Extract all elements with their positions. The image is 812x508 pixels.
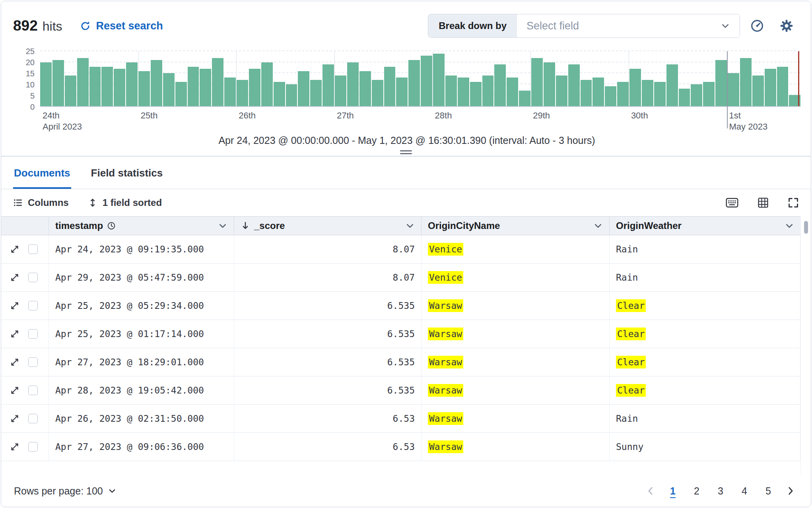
page-button-1[interactable]: 1	[664, 482, 682, 500]
display-options-button[interactable]	[758, 197, 769, 208]
header-origin-city[interactable]: OriginCityName	[422, 217, 610, 235]
expand-row-button[interactable]	[10, 273, 19, 282]
page-button-5[interactable]: 5	[759, 482, 777, 500]
tab-field-statistics[interactable]: Field statistics	[90, 157, 164, 189]
previous-page-button[interactable]	[643, 486, 658, 496]
expand-row-button[interactable]	[10, 301, 19, 310]
tab-documents[interactable]: Documents	[13, 157, 71, 189]
histogram-bar	[617, 82, 629, 106]
cell-origin-weather: Clear	[610, 320, 800, 348]
cell-timestamp: Apr 25, 2023 @ 01:17:14.000	[49, 320, 234, 348]
cell-origin-city: Venice	[422, 264, 610, 291]
keyboard-shortcuts-button[interactable]	[726, 198, 738, 208]
histogram-bar	[89, 67, 101, 106]
table-row: Apr 27, 2023 @ 09:06:36.000 6.53 Warsaw …	[1, 433, 811, 461]
resize-drag-handle[interactable]	[400, 149, 412, 156]
histogram-bar	[163, 73, 175, 106]
hits-label: hits	[43, 19, 62, 34]
row-checkbox[interactable]	[28, 273, 38, 282]
breakdown-label: Break down by	[428, 14, 517, 37]
next-page-button[interactable]	[783, 486, 798, 496]
grid-header-row: timestamp _score OriginCityName	[1, 216, 811, 235]
cell-score: 6.53	[234, 405, 422, 432]
chevron-down-icon[interactable]	[218, 221, 227, 231]
chevron-down-icon[interactable]	[405, 221, 415, 231]
expand-icon	[10, 244, 19, 254]
row-checkbox[interactable]	[28, 329, 38, 339]
histogram-bar	[765, 69, 776, 106]
row-checkbox[interactable]	[28, 386, 38, 395]
expand-icon	[10, 442, 19, 452]
breakdown-field-select[interactable]: Select field	[517, 14, 740, 37]
histogram-bar	[519, 91, 530, 106]
rows-per-page-button[interactable]: Rows per page: 100	[14, 485, 117, 497]
histogram-bar	[384, 67, 396, 106]
page-button-3[interactable]: 3	[711, 482, 730, 500]
histogram-bar	[347, 62, 359, 106]
y-axis-label: 10	[26, 80, 35, 89]
histogram-bar	[188, 67, 199, 106]
expand-row-button[interactable]	[10, 414, 19, 423]
chevron-down-icon	[721, 21, 730, 31]
cell-origin-city: Warsaw	[422, 405, 610, 432]
row-checkbox[interactable]	[28, 414, 38, 423]
histogram-bar	[752, 76, 764, 106]
histogram-bar	[568, 64, 580, 106]
sort-arrows-icon	[88, 198, 97, 207]
grid-display-controls	[726, 197, 799, 208]
columns-button[interactable]: Columns	[13, 197, 69, 208]
histogram-bar	[592, 78, 604, 106]
reset-search-button[interactable]: Reset search	[80, 20, 163, 32]
expand-row-button[interactable]	[10, 244, 19, 254]
scrollbar-thumb[interactable]	[804, 221, 808, 234]
histogram-bar	[151, 60, 162, 106]
page-button-4[interactable]: 4	[735, 482, 754, 500]
breakdown-control: Break down by Select field	[428, 14, 740, 38]
histogram-bar	[703, 82, 715, 106]
row-checkbox[interactable]	[28, 442, 38, 452]
page-button-2[interactable]: 2	[688, 482, 706, 500]
row-checkbox[interactable]	[28, 244, 38, 254]
x-axis-label: 29th	[530, 110, 550, 121]
expand-icon	[10, 273, 19, 282]
chart-caption: Apr 24, 2023 @ 00:00:00.000 - May 1, 202…	[13, 135, 800, 146]
cell-timestamp: Apr 28, 2023 @ 19:05:42.000	[49, 376, 234, 404]
expand-row-button[interactable]	[10, 357, 19, 367]
expand-row-button[interactable]	[10, 329, 19, 339]
cell-score: 6.535	[234, 348, 422, 376]
row-checkbox[interactable]	[28, 357, 38, 367]
cell-score: 8.07	[234, 264, 422, 291]
header-origin-weather[interactable]: OriginWeather	[610, 217, 800, 235]
header-timestamp[interactable]: timestamp	[49, 217, 234, 235]
city-column-label: OriginCityName	[428, 220, 500, 231]
x-axis-label: 28th	[433, 110, 452, 121]
histogram-bar	[101, 67, 113, 106]
header-score[interactable]: _score	[234, 217, 422, 235]
histogram-bar	[274, 82, 285, 106]
columns-label: Columns	[28, 197, 69, 208]
histogram-bar	[581, 80, 592, 106]
expand-row-button[interactable]	[10, 386, 19, 395]
hits-count: 892	[13, 17, 38, 34]
fullscreen-button[interactable]	[788, 197, 799, 208]
top-bar: 892 hits Reset search Break down by Sele…	[1, 1, 811, 50]
chart-options-button[interactable]	[774, 14, 799, 38]
histogram-bar	[679, 89, 690, 106]
chart-gauge-button[interactable]	[745, 14, 769, 38]
day-gridline	[727, 51, 728, 128]
cell-score: 6.535	[234, 320, 422, 348]
histogram-bar	[237, 80, 248, 106]
cell-timestamp: Apr 27, 2023 @ 09:06:36.000	[49, 433, 234, 461]
histogram-bar	[114, 69, 125, 106]
cell-timestamp: Apr 29, 2023 @ 05:47:59.000	[49, 264, 234, 291]
histogram-bar	[482, 76, 494, 106]
cell-origin-weather: Clear	[610, 292, 800, 320]
chevron-down-icon[interactable]	[593, 221, 603, 231]
row-checkbox[interactable]	[28, 301, 38, 310]
tab-bar: Documents Field statistics	[1, 157, 811, 189]
gear-icon	[780, 19, 793, 33]
chevron-down-icon[interactable]	[785, 221, 794, 231]
sorted-fields-button[interactable]: 1 field sorted	[88, 197, 162, 208]
expand-row-button[interactable]	[10, 442, 19, 452]
cell-origin-weather: Clear	[610, 348, 800, 376]
